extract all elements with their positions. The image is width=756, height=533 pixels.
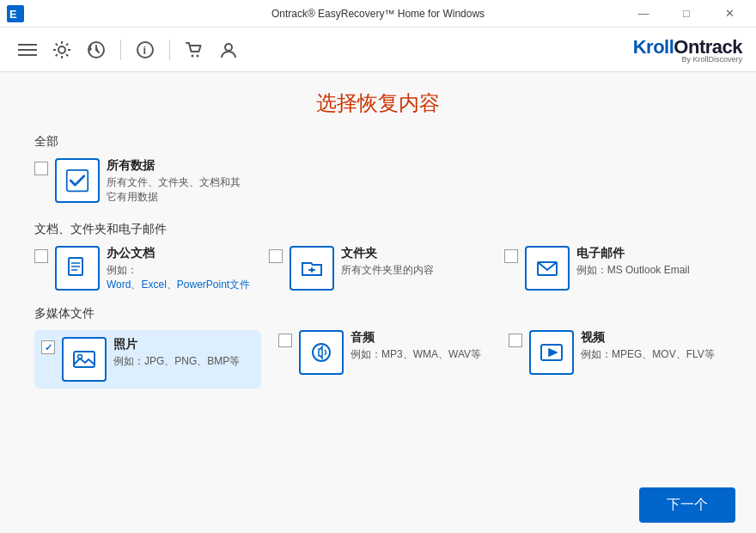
video-desc: 例如：MPEG、MOV、FLV等 <box>581 347 722 362</box>
all-data-icon-box <box>55 158 100 203</box>
office-docs-text: 办公文档 例如： Word、Excel、PowerPoint文件 <box>107 246 252 293</box>
svg-point-5 <box>58 46 65 53</box>
logo: KrollOntrack By KrollDiscovery <box>633 36 742 64</box>
folders-option[interactable]: 文件夹 所有文件夹里的内容 <box>269 246 486 293</box>
settings-icon[interactable] <box>48 36 76 64</box>
all-data-title: 所有数据 <box>107 158 722 174</box>
svg-point-10 <box>192 54 194 57</box>
maximize-button[interactable]: □ <box>667 0 706 28</box>
toolbar-separator-1 <box>120 40 121 60</box>
photos-checkbox[interactable] <box>41 340 55 354</box>
office-docs-icon <box>55 246 100 291</box>
title-bar-left: E <box>7 5 31 22</box>
folders-text: 文件夹 所有文件夹里的内容 <box>341 246 486 278</box>
office-docs-example: Word、Excel、PowerPoint文件 <box>107 278 252 292</box>
app-icon: E <box>7 5 24 22</box>
office-docs-checkbox[interactable] <box>34 249 48 263</box>
cart-icon[interactable] <box>180 36 208 64</box>
title-bar: E Ontrack® EasyRecovery™ Home for Window… <box>0 0 756 28</box>
email-icon <box>525 246 570 291</box>
svg-point-11 <box>197 54 199 57</box>
window-controls: — □ ✕ <box>624 0 749 28</box>
photos-text: 照片 例如：JPG、PNG、BMP等 <box>113 337 254 369</box>
svg-text:E: E <box>9 8 17 21</box>
page-title: 选择恢复内容 <box>34 89 722 117</box>
audio-icon <box>299 330 344 375</box>
email-checkbox[interactable] <box>504 249 518 263</box>
svg-rect-21 <box>74 352 94 367</box>
all-data-desc: 所有文件、文件夹、文档和其它有用数据 <box>107 175 722 205</box>
svg-point-12 <box>225 44 232 51</box>
video-icon <box>529 330 574 375</box>
email-option[interactable]: 电子邮件 例如：MS Outlook Email <box>504 246 722 293</box>
all-data-option[interactable]: 所有数据 所有文件、文件夹、文档和其它有用数据 <box>34 158 722 205</box>
media-section: 多媒体文件 照片 例如：JPG、PNG、BMP等 <box>34 306 722 389</box>
video-text: 视频 例如：MPEG、MOV、FLV等 <box>581 330 722 362</box>
window-title: Ontrack® EasyRecovery™ Home for Windows <box>271 8 485 20</box>
email-text: 电子邮件 例如：MS Outlook Email <box>576 246 722 278</box>
all-section: 全部 所有数据 所有文件、文件夹、文档和其它有用数据 <box>34 134 722 205</box>
section-docs-label: 文档、文件夹和电子邮件 <box>34 222 722 237</box>
all-data-checkbox[interactable] <box>34 162 48 175</box>
menu-icon[interactable] <box>14 36 41 64</box>
audio-option[interactable]: 音频 例如：MP3、WMA、WAV等 <box>278 330 491 389</box>
section-media-label: 多媒体文件 <box>34 306 722 322</box>
email-title: 电子邮件 <box>576 246 722 261</box>
folders-desc: 所有文件夹里的内容 <box>341 263 486 278</box>
folders-icon <box>290 246 334 291</box>
all-data-text: 所有数据 所有文件、文件夹、文档和其它有用数据 <box>107 158 722 205</box>
video-checkbox[interactable] <box>509 334 522 347</box>
history-icon[interactable] <box>82 36 110 64</box>
photos-option[interactable]: 照片 例如：JPG、PNG、BMP等 <box>34 330 261 389</box>
video-title: 视频 <box>581 330 722 346</box>
svg-point-23 <box>313 344 330 361</box>
docs-options-row: 办公文档 例如： Word、Excel、PowerPoint文件 文件夹 <box>34 246 722 293</box>
folders-title: 文件夹 <box>341 246 486 261</box>
audio-desc: 例如：MP3、WMA、WAV等 <box>351 347 491 362</box>
close-button[interactable]: ✕ <box>710 0 749 28</box>
photos-desc: 例如：JPG、PNG、BMP等 <box>113 354 254 369</box>
media-options-row: 照片 例如：JPG、PNG、BMP等 音频 例如：MP3、WMA、WAV等 <box>34 330 722 389</box>
video-option[interactable]: 视频 例如：MPEG、MOV、FLV等 <box>509 330 722 389</box>
photos-title: 照片 <box>113 337 254 352</box>
docs-section: 文档、文件夹和电子邮件 办公文档 例如： Word、Excel、PowerPoi… <box>34 222 722 293</box>
audio-text: 音频 例如：MP3、WMA、WAV等 <box>351 330 491 362</box>
folders-checkbox[interactable] <box>269 249 283 263</box>
bottom-bar: 下一个 <box>0 477 756 533</box>
email-desc: 例如：MS Outlook Email <box>576 263 722 278</box>
logo-text: KrollOntrack <box>633 36 742 58</box>
office-docs-desc: 例如： <box>107 263 252 278</box>
office-docs-option[interactable]: 办公文档 例如： Word、Excel、PowerPoint文件 <box>34 246 252 293</box>
svg-marker-25 <box>549 349 557 356</box>
office-docs-title: 办公文档 <box>107 246 252 261</box>
toolbar-separator-2 <box>169 40 170 60</box>
photos-icon <box>62 337 107 382</box>
main-content: 选择恢复内容 全部 所有数据 所有文件、文件夹、文档和其它有用数据 文档、文件夹… <box>0 72 756 533</box>
minimize-button[interactable]: — <box>624 0 663 28</box>
audio-title: 音频 <box>351 330 491 346</box>
next-button[interactable]: 下一个 <box>639 487 735 523</box>
svg-text:i: i <box>143 44 147 57</box>
toolbar: i KrollOntrack By KrollDiscovery <box>0 28 756 72</box>
info-icon[interactable]: i <box>131 36 159 64</box>
section-all-label: 全部 <box>34 134 722 150</box>
audio-checkbox[interactable] <box>278 334 292 347</box>
account-icon[interactable] <box>215 36 242 64</box>
